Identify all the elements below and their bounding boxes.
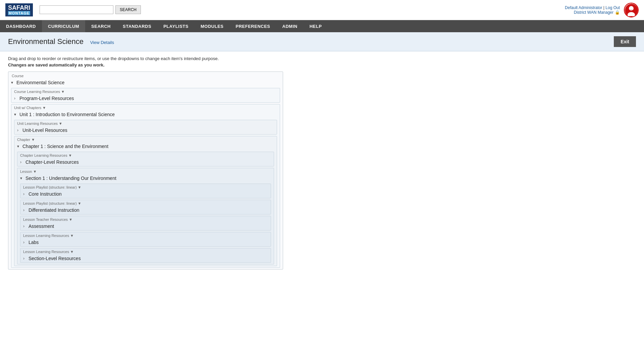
nav-standards[interactable]: STANDARDS (117, 20, 157, 32)
unit-learning-resources-box: Unit Learning Resources ▼ › Unit-Level R… (14, 120, 277, 135)
section1-toggle[interactable]: ▾ (20, 176, 24, 181)
lesson-learning1-box: Lesson Learning Resources ▼ › Labs (20, 232, 271, 247)
search-input[interactable] (40, 5, 113, 14)
core-instruction-row[interactable]: › Core Instruction (20, 190, 271, 198)
lesson-learning2-tag[interactable]: Lesson Learning Resources ▼ (20, 248, 271, 254)
unit-level-label: Unit-Level Resources (22, 128, 67, 133)
lesson-playlist1-box: Lesson Playlist (structure: linear) ▼ › … (20, 184, 271, 198)
logo-area: SAFARI MONTAGE SEARCH (5, 3, 141, 17)
section1-label: Section 1 : Understanding Our Environmen… (25, 176, 116, 181)
search-area: SEARCH (40, 5, 141, 14)
nav-admin[interactable]: ADMIN (276, 20, 304, 32)
section1-row[interactable]: ▾ Section 1 : Understanding Our Environm… (17, 174, 274, 182)
header-right: Default Administrator | Log Out District… (565, 3, 639, 17)
user-area: Default Administrator | Log Out District… (565, 5, 620, 15)
district-wan[interactable]: District WAN Manager 🔒 (574, 10, 620, 15)
chapter-learning-box: Chapter Learning Resources ▼ › Chapter-L… (17, 152, 274, 166)
nav-playlists[interactable]: PLAYLISTS (157, 20, 195, 32)
nav-dashboard[interactable]: DASHBOARD (0, 20, 42, 32)
exit-button[interactable]: Exit (614, 36, 636, 47)
chapter1-row[interactable]: ▾ Chapter 1 : Science and the Environmen… (14, 142, 277, 150)
chapter-level-toggle[interactable]: › (20, 160, 24, 164)
root-item-label: Environmental Science (16, 80, 64, 85)
chapter-level-resources-row[interactable]: › Chapter-Level Resources (17, 158, 274, 166)
unit-level-toggle[interactable]: › (17, 128, 21, 133)
program-resources-row[interactable]: › Program-Level Resources (11, 94, 280, 102)
lesson-learning2-box: Lesson Learning Resources ▼ › Section-Le… (20, 248, 271, 263)
tree-box: Course ▾ Environmental Science Course Le… (8, 71, 283, 270)
unit1-label: Unit 1 : Introduction to Environmental S… (19, 112, 115, 117)
district-wan-link[interactable]: District WAN Manager (574, 10, 613, 15)
differentiated-instruction-row[interactable]: › Differentiated Instruction (20, 206, 271, 214)
avatar[interactable]: CARDINAL (624, 3, 639, 17)
view-details-link[interactable]: View Details (90, 40, 114, 45)
main-nav: DASHBOARD CURRICULUM SEARCH STANDARDS PL… (0, 20, 644, 32)
page-title-bar: Environmental Science View Details Exit (0, 32, 644, 51)
lesson-playlist1-tag[interactable]: Lesson Playlist (structure: linear) ▼ (20, 184, 271, 190)
chapter-tag[interactable]: Chapter ▼ (14, 136, 277, 142)
differentiated-toggle[interactable]: › (23, 208, 27, 212)
unit1-toggle[interactable]: ▾ (14, 112, 18, 117)
unit-tag[interactable]: Unit w/ Chapters ▼ (11, 104, 280, 110)
logo[interactable]: SAFARI MONTAGE (5, 3, 33, 17)
lesson-tag[interactable]: Lesson ▼ (17, 168, 274, 174)
program-resources-label: Program-Level Resources (19, 96, 74, 101)
logo-line2: MONTAGE (8, 11, 30, 15)
course-label: Course (8, 72, 283, 79)
logo-line1: SAFARI (8, 5, 30, 11)
lesson-playlist2-tag[interactable]: Lesson Playlist (structure: linear) ▼ (20, 200, 271, 206)
chapter-learning-tag[interactable]: Chapter Learning Resources ▼ (17, 152, 274, 158)
section-level-label: Section-Level Resources (29, 256, 81, 261)
nav-help[interactable]: HELP (304, 20, 328, 32)
logout-link[interactable]: Log Out (605, 5, 620, 10)
nav-preferences[interactable]: PREFERENCES (230, 20, 276, 32)
unit-level-resources-row[interactable]: › Unit-Level Resources (14, 126, 277, 134)
user-name-link[interactable]: Default Administrator (565, 5, 602, 10)
page-title: Environmental Science (8, 37, 84, 46)
labs-toggle[interactable]: › (23, 240, 27, 245)
assessment-toggle[interactable]: › (23, 224, 27, 229)
unit-learning-tag[interactable]: Unit Learning Resources ▼ (14, 120, 277, 126)
lesson-teacher-box: Lesson Teacher Resources ▼ › Assessment (20, 216, 271, 231)
user-info: Default Administrator | Log Out (565, 5, 620, 10)
wan-icon: 🔒 (615, 10, 620, 15)
instructions: Drag and drop to reorder or restructure … (0, 51, 302, 71)
course-learning-resources-box: Course Learning Resources ▼ › Program-Le… (11, 88, 280, 103)
root-toggle[interactable]: ▾ (11, 80, 15, 85)
chapter1-label: Chapter 1 : Science and the Environment (22, 144, 108, 149)
differentiated-label: Differentiated Instruction (29, 207, 79, 213)
lesson-teacher-tag[interactable]: Lesson Teacher Resources ▼ (20, 216, 271, 222)
unit-box: Unit w/ Chapters ▼ ▾ Unit 1 : Introducti… (11, 104, 280, 268)
section-level-toggle[interactable]: › (23, 256, 27, 261)
nav-modules[interactable]: MODULES (195, 20, 230, 32)
course-resources-tag[interactable]: Course Learning Resources ▼ (11, 88, 280, 94)
section-level-resources-row[interactable]: › Section-Level Resources (20, 254, 271, 262)
assessment-row[interactable]: › Assessment (20, 222, 271, 230)
svg-text:CARDINAL: CARDINAL (625, 9, 637, 12)
assessment-label: Assessment (29, 224, 54, 229)
chapter1-toggle[interactable]: ▾ (17, 144, 21, 149)
core-instruction-toggle[interactable]: › (23, 192, 27, 196)
program-toggle[interactable]: › (14, 96, 18, 101)
chapter-level-label: Chapter-Level Resources (25, 159, 79, 165)
core-instruction-label: Core Instruction (29, 191, 62, 197)
instruction-line2: Changes are saved automatically as you w… (8, 62, 105, 67)
tree-container: Course ▾ Environmental Science Course Le… (8, 71, 283, 270)
lesson-playlist2-box: Lesson Playlist (structure: linear) ▼ › … (20, 200, 271, 214)
nav-curriculum[interactable]: CURRICULUM (42, 20, 85, 32)
lesson-learning1-tag[interactable]: Lesson Learning Resources ▼ (20, 232, 271, 238)
nav-search[interactable]: SEARCH (85, 20, 117, 32)
lesson-box: Lesson ▼ ▾ Section 1 : Understanding Our… (17, 168, 274, 264)
header: SAFARI MONTAGE SEARCH Default Administra… (0, 0, 644, 20)
title-area: Environmental Science View Details (8, 37, 114, 46)
labs-row[interactable]: › Labs (20, 238, 271, 246)
avatar-image: CARDINAL (625, 3, 638, 17)
search-button[interactable]: SEARCH (115, 5, 141, 14)
labs-label: Labs (29, 240, 39, 245)
instruction-line1: Drag and drop to reorder or restructure … (8, 56, 294, 61)
chapter-box: Chapter ▼ ▾ Chapter 1 : Science and the … (14, 136, 277, 266)
root-item[interactable]: ▾ Environmental Science (8, 79, 283, 87)
unit1-row[interactable]: ▾ Unit 1 : Introduction to Environmental… (11, 110, 280, 118)
